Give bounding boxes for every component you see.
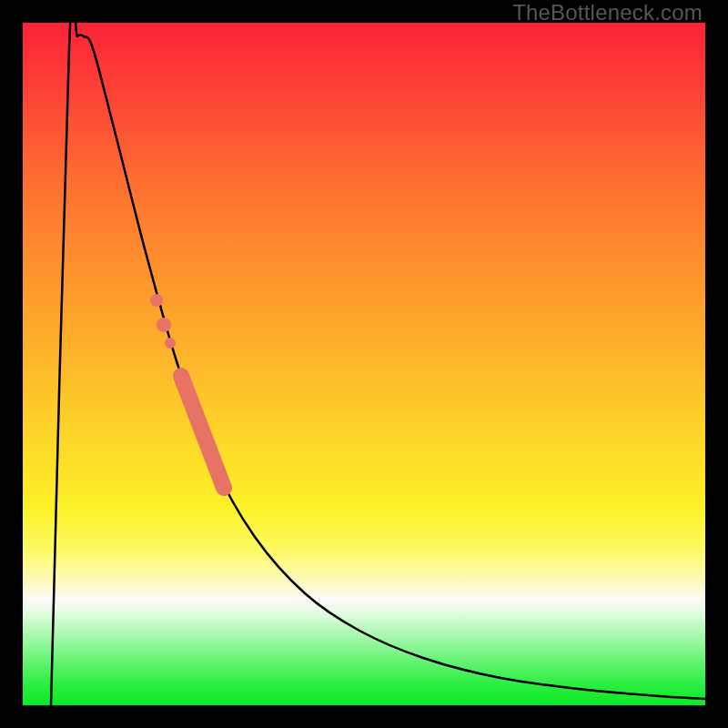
watermark-text: TheBottleneck.com (512, 0, 703, 25)
marker-layer (150, 294, 224, 488)
dot-c (150, 294, 163, 307)
bottleneck-curve (51, 23, 705, 705)
chart-svg (23, 23, 705, 705)
chart-frame: TheBottleneck.com (0, 0, 728, 728)
segment-upper (181, 376, 224, 488)
curve-layer (51, 23, 705, 705)
plot-area (23, 23, 705, 705)
dot-b (165, 338, 176, 349)
dot-a (157, 318, 171, 332)
